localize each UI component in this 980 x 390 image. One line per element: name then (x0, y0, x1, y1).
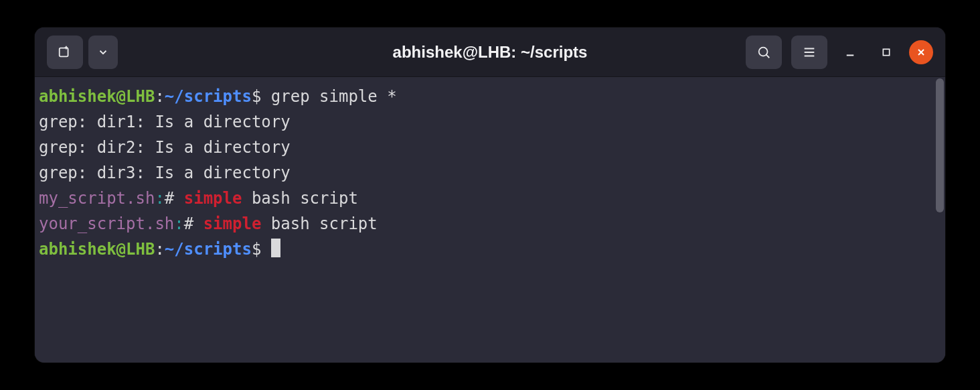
search-icon (756, 45, 771, 60)
match-pre: # (184, 214, 203, 233)
scrollbar[interactable] (934, 77, 945, 363)
new-tab-icon (58, 45, 72, 60)
prompt-at: @ (116, 240, 126, 259)
scrollbar-thumb[interactable] (936, 78, 944, 212)
prompt-line-2: abhishek@LHB:~/scripts$ (39, 240, 280, 259)
match-term: simple (184, 189, 242, 208)
svg-point-1 (759, 47, 768, 56)
minimize-icon (844, 46, 856, 58)
titlebar: abhishek@LHB: ~/scripts (35, 27, 945, 77)
command-text: grep simple * (271, 87, 397, 106)
output-error-1: grep: dir1: Is a directory (39, 113, 291, 131)
minimize-button[interactable] (837, 39, 864, 66)
match-sep: : (174, 214, 183, 233)
cursor (271, 239, 280, 257)
titlebar-right-group (746, 36, 933, 69)
menu-button[interactable] (791, 36, 827, 69)
prompt-dollar: $ (252, 240, 261, 259)
prompt-path: ~/scripts (165, 240, 252, 259)
match-post: bash script (261, 214, 377, 233)
window-title: abhishek@LHB: ~/scripts (393, 43, 588, 62)
output-match-2: your_script.sh:# simple bash script (39, 214, 378, 233)
prompt-at: @ (116, 87, 126, 106)
match-post: bash script (242, 189, 357, 208)
terminal-window: abhishek@LHB: ~/scripts (35, 27, 945, 363)
svg-line-2 (766, 54, 770, 58)
close-icon (916, 47, 926, 58)
svg-rect-7 (883, 49, 889, 55)
terminal-body[interactable]: abhishek@LHB:~/scripts$ grep simple * gr… (35, 77, 934, 363)
maximize-icon (881, 47, 892, 58)
output-match-1: my_script.sh:# simple bash script (39, 189, 358, 208)
new-tab-button[interactable] (47, 36, 83, 69)
close-button[interactable] (909, 40, 933, 64)
prompt-path: ~/scripts (165, 87, 252, 106)
hamburger-icon (802, 45, 817, 60)
output-error-2: grep: dir2: Is a directory (39, 138, 291, 157)
tabs-dropdown-button[interactable] (88, 36, 118, 69)
prompt-user: abhishek (39, 240, 116, 259)
prompt-host: LHB (126, 87, 155, 106)
chevron-down-icon (97, 46, 109, 58)
prompt-dollar: $ (252, 87, 261, 106)
prompt-user: abhishek (39, 87, 116, 106)
svg-rect-0 (60, 48, 68, 56)
match-term: simple (203, 214, 262, 233)
match-sep: : (155, 189, 164, 208)
output-error-3: grep: dir3: Is a directory (39, 164, 291, 182)
search-button[interactable] (746, 36, 782, 69)
titlebar-left-group (47, 36, 118, 69)
prompt-host: LHB (126, 240, 155, 259)
match-file: my_script.sh (39, 189, 155, 208)
match-pre: # (165, 189, 184, 208)
match-file: your_script.sh (39, 214, 174, 233)
prompt-line-1: abhishek@LHB:~/scripts$ grep simple * (39, 87, 397, 106)
maximize-button[interactable] (873, 39, 900, 66)
prompt-colon: : (155, 87, 164, 106)
prompt-colon: : (155, 240, 164, 259)
terminal-body-wrap: abhishek@LHB:~/scripts$ grep simple * gr… (35, 77, 945, 363)
